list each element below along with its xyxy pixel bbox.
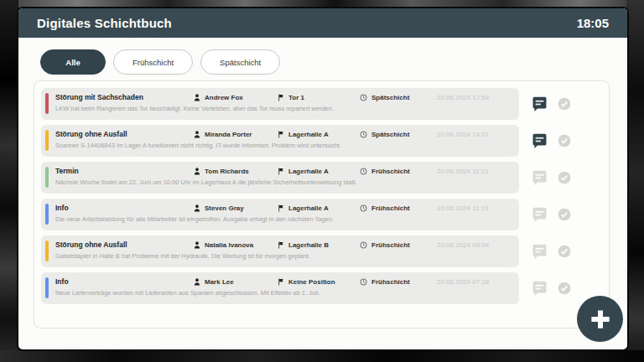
entry-title: Termin	[55, 167, 194, 175]
flag-icon	[278, 168, 284, 175]
person-icon	[194, 131, 200, 138]
entry-shift: Frühschicht	[360, 204, 437, 212]
flag-icon	[278, 131, 284, 138]
entry-shift-name: Frühschicht	[371, 204, 410, 212]
check-circle-icon[interactable]	[558, 134, 571, 147]
category-color-bar	[45, 204, 49, 225]
entry-timestamp: 20.06.2024 07:18	[437, 278, 489, 286]
entry-actions	[532, 281, 571, 296]
entry-actions	[532, 133, 571, 148]
entry-timestamp: 20.06.2024 14:01	[437, 131, 489, 138]
filter-tab[interactable]: Spätschicht	[200, 49, 280, 75]
flag-icon	[278, 94, 284, 101]
category-color-bar	[45, 277, 49, 298]
person-icon	[194, 94, 200, 101]
entry-row: Störung ohne Ausfall Natalia Ivanova Lag…	[41, 235, 602, 267]
flag-icon	[278, 204, 284, 212]
check-circle-icon[interactable]	[558, 245, 571, 258]
entry-row: Störung mit Sachschaden Andrew Fox Tor 1	[41, 88, 602, 120]
entries-panel: Störung mit Sachschaden Andrew Fox Tor 1	[34, 80, 610, 328]
clock-icon	[360, 241, 367, 249]
filter-tab[interactable]: Alle	[40, 49, 106, 75]
entry-shift-name: Frühschicht	[371, 168, 410, 175]
entry-actions	[532, 207, 571, 222]
entry-meta-line: Störung ohne Ausfall Miranda Porter Lage…	[55, 130, 511, 138]
category-color-bar	[45, 240, 49, 261]
entry-shift: Spätschicht	[360, 94, 437, 101]
clock-icon	[360, 278, 367, 286]
add-entry-button[interactable]	[577, 296, 623, 342]
entry-actions	[532, 96, 571, 111]
entry-timestamp: 20.06.2024 09:04	[437, 241, 489, 249]
clock-icon	[360, 168, 367, 175]
entry-shift: Frühschicht	[360, 241, 437, 249]
comment-bubble-icon[interactable]	[532, 244, 547, 259]
entry-author: Tom Richards	[194, 168, 278, 175]
comment-bubble-icon[interactable]	[532, 281, 547, 296]
entry-author: Andrew Fox	[194, 94, 278, 101]
clock-icon	[360, 204, 367, 212]
entry-card[interactable]: Störung mit Sachschaden Andrew Fox Tor 1	[41, 88, 519, 120]
entry-card[interactable]: Termin Tom Richards Lagerhalle A	[41, 162, 519, 194]
flag-icon	[278, 241, 284, 249]
flag-icon	[278, 278, 284, 286]
background-texture-left	[0, 0, 18, 362]
entry-author: Natalia Ivanova	[194, 241, 278, 249]
entry-location: Lagerhalle A	[278, 131, 360, 138]
entry-shift: Spätschicht	[360, 131, 437, 138]
entry-location-name: Lagerhalle B	[288, 241, 329, 249]
comment-bubble-icon[interactable]	[532, 207, 547, 222]
entry-author-name: Miranda Porter	[205, 131, 252, 138]
clock-icon	[360, 131, 367, 138]
check-circle-icon[interactable]	[558, 282, 571, 295]
entry-actions	[532, 244, 571, 259]
entry-card[interactable]: Info Steven Gray Lagerhalle A	[41, 199, 519, 230]
entry-shift-name: Frühschicht	[371, 241, 410, 249]
entry-card[interactable]: Störung ohne Ausfall Natalia Ivanova Lag…	[41, 235, 519, 267]
background-texture-right	[626, 0, 644, 362]
filter-tab[interactable]: Frühschicht	[113, 49, 193, 75]
entry-timestamp: 20.06.2024 17:54	[437, 94, 489, 101]
entry-title: Info	[55, 204, 194, 212]
check-circle-icon[interactable]	[558, 97, 571, 111]
entry-author: Mark Lee	[194, 278, 278, 286]
entry-description: Die neue Arbeitskleidung für alle Mitarb…	[55, 215, 511, 223]
person-icon	[194, 241, 200, 249]
background-texture-top	[0, 0, 644, 8]
entry-author: Miranda Porter	[194, 131, 278, 138]
check-circle-icon[interactable]	[558, 171, 571, 184]
entry-title: Info	[55, 277, 194, 286]
entry-location-name: Lagerhalle A	[288, 204, 329, 212]
entry-location-name: Keine Position	[288, 278, 335, 286]
check-circle-icon[interactable]	[558, 208, 571, 221]
entry-shift: Frühschicht	[360, 168, 437, 175]
entry-meta-line: Termin Tom Richards Lagerhalle A	[55, 167, 511, 175]
entry-row: Info Steven Gray Lagerhalle A	[41, 199, 602, 230]
entry-timestamp: 20.06.2024 11:21	[437, 168, 489, 175]
entry-description: Gabelstapler in Halle B hat Probleme mit…	[55, 252, 511, 260]
app-title: Digitales Schichtbuch	[37, 16, 172, 30]
app-window: Digitales Schichtbuch 18:05 AlleFrühschi…	[18, 8, 627, 349]
person-icon	[194, 168, 200, 175]
background-texture-bottom	[0, 350, 644, 362]
category-color-bar	[45, 167, 49, 188]
entry-title: Störung mit Sachschaden	[55, 93, 194, 101]
entry-description: Scanner S-14406843 im Lager A funktionie…	[55, 142, 511, 149]
entry-row: Termin Tom Richards Lagerhalle A	[41, 162, 602, 194]
entry-meta-line: Info Mark Lee Keine Position	[55, 277, 511, 286]
entry-shift-name: Frühschicht	[371, 278, 410, 286]
comment-bubble-icon[interactable]	[532, 170, 547, 185]
entry-card[interactable]: Störung ohne Ausfall Miranda Porter Lage…	[41, 125, 519, 157]
comment-bubble-icon[interactable]	[532, 96, 547, 111]
entry-author-name: Tom Richards	[205, 168, 249, 175]
entry-actions	[532, 170, 571, 185]
entry-location-name: Tor 1	[288, 94, 304, 101]
plus-icon	[588, 307, 613, 332]
comment-bubble-icon[interactable]	[532, 133, 547, 148]
app-header: Digitales Schichtbuch 18:05	[18, 8, 627, 38]
entry-location: Lagerhalle A	[278, 204, 360, 212]
entry-description: Neue Lieferverträge wurden mit Lieferant…	[55, 289, 511, 297]
shift-filter-tabs: AlleFrühschichtSpätschicht	[40, 49, 627, 75]
entry-location: Lagerhalle B	[278, 241, 360, 249]
entry-card[interactable]: Info Mark Lee Keine Position	[41, 272, 519, 304]
